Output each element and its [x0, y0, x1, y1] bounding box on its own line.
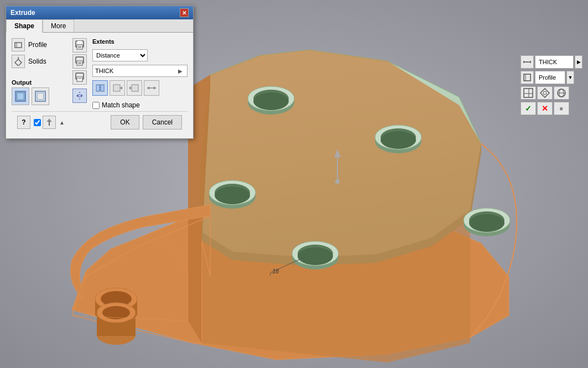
toolbar-row-3	[521, 86, 582, 100]
svg-point-33	[215, 186, 250, 204]
keep-visible-checkbox[interactable]	[34, 119, 41, 126]
thick-label: THICK	[95, 68, 176, 74]
ruler-icon-btn[interactable]	[521, 55, 534, 69]
ok-button[interactable]: OK	[111, 115, 139, 129]
bottom-right-buttons: OK Cancel	[111, 115, 182, 129]
svg-rect-90	[524, 74, 530, 81]
side-buttons	[72, 38, 87, 109]
svg-rect-75	[101, 85, 104, 91]
output-section: Output	[12, 76, 67, 105]
help-button[interactable]: ?	[17, 116, 30, 129]
flip-btn-alt[interactable]	[144, 80, 159, 96]
match-shape-checkbox[interactable]	[92, 102, 100, 109]
output-label: Output	[12, 79, 67, 86]
match-shape-row: Match shape	[92, 101, 188, 109]
svg-point-44	[335, 179, 340, 184]
profile-icon-btn[interactable]	[12, 38, 25, 51]
print-btn-3[interactable]	[72, 70, 87, 85]
tab-shape[interactable]: Shape	[6, 19, 43, 33]
solids-label: Solids	[28, 58, 46, 65]
dimension-label: 18	[272, 268, 279, 274]
flip-btn-left[interactable]	[127, 80, 142, 96]
symmetry-btn[interactable]	[72, 89, 87, 103]
symmetry-icon-container	[72, 89, 87, 103]
svg-point-41	[469, 214, 504, 232]
svg-marker-72	[81, 94, 83, 97]
svg-point-37	[298, 247, 333, 265]
flip-btn-symmetric[interactable]	[92, 80, 108, 96]
flip-buttons-row	[92, 80, 188, 96]
print-btn-2[interactable]	[72, 54, 87, 69]
thick-arrow[interactable]: ▶	[178, 68, 185, 74]
profile-label: Profile	[28, 41, 47, 49]
view-btn-1[interactable]	[521, 86, 536, 100]
tab-more[interactable]: More	[43, 19, 74, 32]
svg-rect-55	[17, 93, 24, 100]
svg-point-25	[253, 92, 289, 110]
output-buttons	[12, 87, 67, 105]
svg-marker-82	[154, 86, 156, 90]
dialog-titlebar: Extrude ✕	[6, 6, 193, 19]
profile-toolbar-icon[interactable]	[521, 71, 534, 84]
svg-rect-59	[77, 45, 82, 49]
left-column: Profile Solids Output	[12, 38, 67, 109]
svg-marker-79	[129, 86, 132, 90]
svg-marker-52	[15, 59, 22, 66]
solids-icon-btn[interactable]	[12, 55, 25, 68]
svg-marker-81	[147, 86, 149, 90]
thick-row: THICK ▶	[92, 65, 188, 77]
solids-row: Solids	[12, 55, 67, 68]
pin-icon[interactable]	[43, 116, 56, 129]
print-btn-1[interactable]	[72, 38, 87, 53]
extrude-dialog: Extrude ✕ Shape More	[6, 6, 194, 139]
extents-dropdown[interactable]: Distance	[92, 49, 148, 61]
dialog-main-layout: Profile Solids Output	[12, 38, 188, 109]
profile-toolbar-label: Profile	[535, 71, 565, 84]
confirm-btn[interactable]: ✓	[521, 102, 536, 115]
profile-toolbar-dropdown[interactable]: ▼	[566, 71, 574, 84]
svg-point-96	[543, 91, 547, 95]
checkbox-container	[34, 116, 56, 129]
right-toolbar: THICK ▶ Profile ▼	[521, 55, 582, 115]
dialog-title: Extrude	[11, 9, 35, 17]
extents-section: Extents Distance THICK ▶	[92, 38, 188, 109]
svg-rect-64	[77, 61, 82, 65]
svg-marker-95	[540, 89, 549, 97]
svg-rect-92	[524, 89, 533, 97]
svg-rect-73	[96, 85, 100, 91]
extents-label: Extents	[92, 38, 188, 45]
svg-marker-71	[76, 94, 79, 97]
dialog-bottom: ? ▲ OK	[12, 111, 188, 133]
profile-row: Profile	[12, 38, 67, 51]
output-surface-btn[interactable]	[32, 87, 49, 105]
svg-rect-50	[15, 43, 22, 48]
thick-toolbar-label: THICK	[535, 55, 574, 69]
view-btn-3[interactable]	[554, 86, 569, 100]
toolbar-row-4: ✓ ✕ ≡	[521, 102, 582, 115]
expand-indicator: ▲	[59, 120, 65, 126]
svg-marker-77	[120, 86, 122, 90]
view-btn-2[interactable]	[537, 86, 553, 100]
dialog-tabs: Shape More	[6, 19, 193, 33]
close-button[interactable]: ✕	[180, 8, 189, 17]
bottom-left: ? ▲	[17, 116, 65, 129]
svg-marker-85	[48, 118, 51, 121]
svg-rect-78	[132, 85, 138, 91]
svg-point-29	[381, 131, 416, 149]
output-solid-btn[interactable]	[12, 87, 29, 105]
svg-rect-57	[37, 93, 44, 100]
cancel-toolbar-btn[interactable]: ✕	[537, 102, 553, 115]
flip-btn-right[interactable]	[110, 80, 125, 96]
thick-toolbar-arrow[interactable]: ▶	[575, 55, 582, 69]
svg-rect-76	[113, 85, 120, 91]
toolbar-row-1: THICK ▶	[521, 55, 582, 69]
match-shape-label: Match shape	[102, 101, 140, 109]
toolbar-row-2: Profile ▼	[521, 71, 582, 84]
svg-rect-68	[77, 77, 82, 81]
menu-toolbar-btn[interactable]: ≡	[554, 102, 569, 115]
cancel-button[interactable]: Cancel	[143, 115, 182, 129]
svg-rect-62	[77, 41, 82, 43]
distance-dropdown-row: Distance	[92, 49, 188, 61]
dialog-body: Profile Solids Output	[6, 33, 193, 138]
